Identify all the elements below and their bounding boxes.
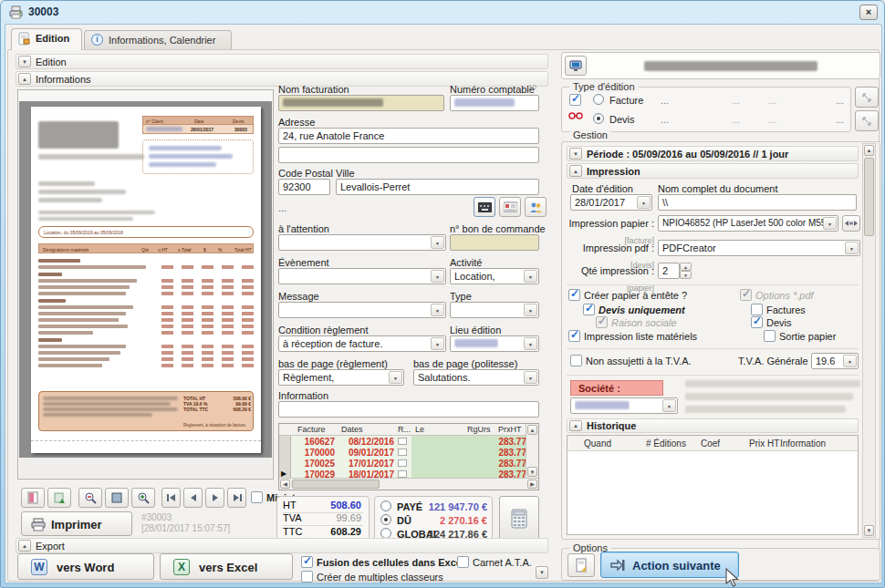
type-edition-checkbox[interactable]	[569, 94, 581, 106]
scroll-down-button[interactable]: ▼	[864, 525, 874, 536]
collapse-impression-button[interactable]: ▲	[569, 165, 582, 177]
information-field[interactable]	[278, 401, 539, 418]
table-hscrollbar[interactable]: ◀ ▶	[279, 478, 538, 490]
miniatures-checkbox[interactable]	[251, 491, 263, 503]
numero-comptable-field[interactable]	[450, 95, 539, 111]
historique-table[interactable]: Quand # Éditions Coef Prix HT Informatio…	[567, 435, 859, 535]
scroll-down-button[interactable]: ▼	[527, 467, 537, 477]
nom-facturation-field[interactable]	[278, 95, 444, 111]
contact-card-button[interactable]	[499, 197, 521, 217]
collapse-edition-button[interactable]: ▼	[18, 56, 31, 67]
keyboard-button[interactable]	[474, 197, 495, 217]
export-more-button[interactable]: ▼	[536, 566, 548, 579]
row-selector-column[interactable]: ▶	[279, 436, 291, 480]
impression-pdf-combo[interactable]: PDFCreator▼	[658, 240, 860, 256]
adresse-line1-field[interactable]: 24, rue Anatole France	[278, 128, 539, 144]
message-label: Message	[278, 291, 319, 302]
preview-document-button[interactable]	[21, 488, 45, 508]
previous-page-button[interactable]	[183, 488, 203, 508]
window-body: Edition i Informations, Calendrier ▼ Edi…	[5, 24, 882, 583]
type-combo[interactable]: ▼	[450, 302, 539, 318]
carnet-ata-checkbox[interactable]	[457, 556, 469, 568]
contacts-button[interactable]	[525, 197, 547, 217]
gestion-scrollbar[interactable]: ▲ ▼	[862, 143, 876, 538]
spinner-up-button[interactable]: ▲	[680, 263, 692, 271]
creer-papier-entete-checkbox[interactable]	[568, 289, 580, 301]
fusion-cellules-checkbox[interactable]	[301, 556, 313, 568]
bas-reglement-combo[interactable]: Règlement,▼	[278, 369, 404, 386]
zoom-in-button[interactable]	[131, 488, 155, 508]
screen-button[interactable]	[565, 56, 587, 76]
condition-reglement-combo[interactable]: à réception de facture.▼	[278, 335, 446, 352]
bon-commande-field[interactable]	[450, 234, 539, 251]
devis-uniquement-checkbox[interactable]	[583, 304, 595, 315]
first-page-button[interactable]	[161, 488, 181, 508]
scroll-up-button[interactable]: ▲	[864, 145, 874, 156]
options-pdf-checkbox[interactable]	[740, 289, 752, 301]
raison-sociale-checkbox[interactable]	[596, 316, 608, 328]
table-vscrollbar[interactable]: ▲ ▼	[526, 424, 538, 478]
ville-field[interactable]: Levallois-Perret	[336, 179, 539, 195]
last-page-button[interactable]	[227, 488, 246, 508]
qte-impression-field[interactable]: 2	[658, 263, 680, 279]
mouse-cursor	[724, 568, 739, 588]
document-preview[interactable]: n° Client Date Devis 28/01/2017 30003	[17, 89, 274, 480]
hist-col-quand: Quand	[584, 438, 611, 449]
payment-box: PAYÉ 121 947.70 € DÛ 2 270.16 € GLOBAL 1…	[374, 496, 493, 542]
collapse-export-button[interactable]: ▲	[18, 540, 31, 552]
non-assujetti-tva-checkbox[interactable]	[570, 355, 582, 366]
collapse-periode-button[interactable]: ▼	[569, 148, 582, 160]
fit-page-button[interactable]	[105, 488, 129, 508]
devis-radio-label: Devis	[609, 114, 635, 125]
lieu-edition-combo[interactable]: ▼	[450, 335, 539, 352]
vers-excel-button[interactable]: X vers Excel	[160, 553, 293, 580]
calculator-button[interactable]	[499, 496, 539, 542]
close-button[interactable]: ×	[859, 5, 878, 20]
paye-radio[interactable]	[380, 500, 391, 511]
impression-liste-materiels-checkbox[interactable]	[568, 330, 580, 342]
evenement-combo[interactable]: ▼	[278, 268, 446, 284]
redacted-client-number	[146, 127, 182, 131]
printer-select-button[interactable]	[842, 215, 860, 232]
redacted-text	[38, 181, 95, 186]
scroll-right-button[interactable]: ▶	[527, 480, 537, 489]
societe-combo[interactable]: ▼	[570, 397, 678, 414]
tva-generale-combo[interactable]: 19.6▼	[811, 353, 859, 369]
devis-radio[interactable]	[593, 113, 604, 124]
action-suivante-button[interactable]: Action suivante	[600, 552, 739, 578]
scroll-thumb[interactable]	[864, 158, 874, 236]
nom-document-field[interactable]: \\	[658, 194, 857, 211]
expand-facture-button[interactable]	[855, 87, 879, 108]
vers-word-button[interactable]: W vers Word	[17, 553, 154, 580]
next-page-button[interactable]	[205, 488, 224, 508]
date-edition-combo[interactable]: 28/01/2017▼	[570, 194, 652, 211]
collapse-historique-button[interactable]: ▲	[569, 420, 582, 431]
spinner-down-button[interactable]: ▼	[680, 271, 692, 279]
message-combo[interactable]: ▼	[278, 302, 446, 318]
scroll-thumb[interactable]	[292, 480, 380, 489]
factures-table[interactable]: Facture Dates R... Le RgUrs PrxHT ▶ 1606…	[278, 423, 539, 490]
adresse-line2-field[interactable]	[278, 147, 539, 163]
expand-devis-button[interactable]	[855, 110, 879, 131]
impression-papier-combo[interactable]: NPIO46852 (HP LaserJet 500 color M551)▼	[658, 215, 838, 232]
sortie-papier-checkbox[interactable]	[764, 330, 776, 342]
tab-informations-calendrier[interactable]: i Informations, Calendrier	[84, 30, 232, 49]
scroll-up-button[interactable]: ▲	[527, 425, 537, 435]
invoice-period-banner: Location, du 05/09/2016 au 05/09/2016	[38, 226, 254, 238]
scroll-left-button[interactable]: ◀	[280, 480, 290, 489]
attention-combo[interactable]: ▼	[278, 234, 446, 251]
imprimer-button[interactable]: Imprimer	[21, 511, 132, 536]
du-radio[interactable]	[380, 514, 391, 525]
options-document-button[interactable]	[567, 553, 595, 577]
activite-combo[interactable]: Location,▼	[450, 268, 539, 284]
collapse-informations-button[interactable]: ▲	[18, 73, 31, 85]
multiples-classeurs-checkbox[interactable]	[301, 571, 313, 583]
code-postal-field[interactable]: 92300	[278, 179, 330, 195]
zoom-out-button[interactable]	[78, 488, 102, 508]
facture-radio[interactable]	[593, 94, 604, 105]
preview-export-button[interactable]	[47, 488, 71, 508]
bas-politesse-combo[interactable]: Salutations.▼	[413, 369, 539, 386]
qte-spinner[interactable]: ▲ ▼	[680, 263, 692, 279]
devis-checkbox[interactable]	[751, 316, 763, 328]
tab-edition[interactable]: Edition	[11, 28, 82, 50]
